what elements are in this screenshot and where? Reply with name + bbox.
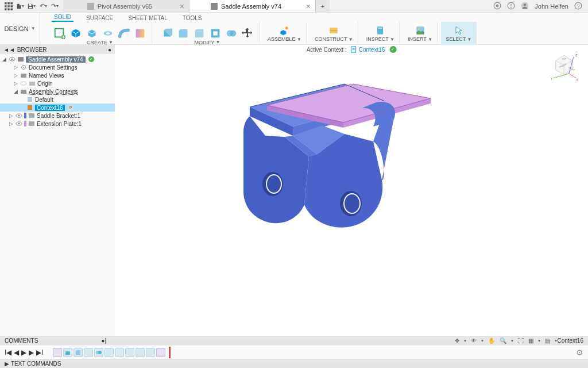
close-icon[interactable]: ×: [306, 2, 311, 11]
timeline-back-icon[interactable]: ◀: [14, 348, 19, 356]
timeline-end-icon[interactable]: ▶I: [36, 348, 43, 356]
timeline-settings-icon[interactable]: ⚙: [576, 348, 583, 357]
file-icon[interactable]: ▾: [16, 2, 24, 10]
timeline-feature[interactable]: [105, 348, 114, 357]
redo-icon[interactable]: ↷▾: [51, 2, 59, 10]
timeline-feature[interactable]: [84, 348, 93, 357]
pin-icon[interactable]: ●|: [101, 338, 106, 344]
comments-label[interactable]: COMMENTS: [5, 338, 38, 344]
look-icon[interactable]: 👁: [471, 338, 477, 344]
ribbon-tab-solid[interactable]: SOLID: [52, 14, 74, 22]
viewport[interactable]: Active Context : Context16 ✓: [115, 45, 588, 336]
expand-arrow-icon[interactable]: ▷: [8, 113, 14, 118]
ribbon-tab-sheetmetal[interactable]: SHEET METAL: [126, 15, 170, 22]
expand-arrow-icon[interactable]: ▷: [8, 121, 14, 126]
visibility-icon[interactable]: [16, 121, 22, 126]
text-commands-bar[interactable]: ▶ TEXT COMMANDS: [0, 359, 588, 368]
help-icon[interactable]: ?: [574, 2, 582, 11]
tree-context16[interactable]: Context16⟳: [0, 103, 115, 112]
tree-named-views[interactable]: ▷Named Views: [0, 71, 115, 79]
timeline-feature[interactable]: [156, 348, 165, 357]
timeline-marker[interactable]: [169, 347, 171, 358]
insert-dropdown[interactable]: INSERT ▼: [403, 22, 438, 45]
grid-icon[interactable]: ▤: [545, 338, 550, 344]
display-icon[interactable]: ▦: [528, 338, 533, 344]
loft-icon[interactable]: [133, 26, 147, 40]
pan-icon[interactable]: ✋: [488, 338, 495, 344]
extensions-icon[interactable]: [493, 2, 501, 11]
user-avatar-icon[interactable]: [521, 2, 529, 11]
fit-icon[interactable]: ⛶: [518, 338, 524, 344]
orbit-icon[interactable]: ✥: [455, 338, 459, 344]
collapse-arrow-icon[interactable]: ◢: [1, 56, 7, 62]
ribbon-tab-tools[interactable]: TOOLS: [180, 15, 204, 22]
timeline-feature[interactable]: [136, 348, 145, 357]
group-label-create[interactable]: CREATE ▼: [87, 40, 113, 45]
extrude-icon[interactable]: [85, 26, 99, 40]
svg-rect-9: [29, 3, 32, 5]
collapse-icon[interactable]: ◄◄: [3, 47, 15, 53]
press-pull-icon[interactable]: [160, 26, 174, 40]
username[interactable]: John Helfen: [535, 3, 568, 10]
tree-assembly-contexts[interactable]: ◢Assembly Contexts: [0, 87, 115, 95]
move-icon[interactable]: [241, 26, 254, 40]
timeline-feature[interactable]: [63, 348, 72, 357]
timeline-feature[interactable]: [146, 348, 155, 357]
expand-arrow-icon[interactable]: ▷: [13, 64, 18, 70]
tree-extension-plate[interactable]: ▷Extension Plate:1: [0, 120, 115, 128]
select-dropdown[interactable]: SELECT ▼: [441, 22, 477, 45]
timeline-feature[interactable]: [125, 348, 134, 357]
tab-saddle-assembly[interactable]: Saddle Assembly v74 ×: [189, 0, 316, 12]
tree-saddle-bracket[interactable]: ▷Saddle Bracket:1: [0, 112, 115, 120]
combine-icon[interactable]: [225, 26, 238, 40]
svg-rect-4: [7, 5, 10, 7]
expand-arrow-icon[interactable]: ▷: [13, 72, 18, 78]
collapse-arrow-icon[interactable]: ◢: [13, 89, 18, 94]
group-label-modify[interactable]: MODIFY ▼: [195, 40, 220, 45]
tab-pivot-assembly[interactable]: Pivot Assembly v65 ×: [63, 0, 189, 12]
workspace-dropdown[interactable]: DESIGN▼: [0, 13, 40, 44]
timeline-feature[interactable]: [115, 348, 124, 357]
browser-header[interactable]: ◄◄ BROWSER ●: [0, 45, 115, 54]
chamfer-icon[interactable]: [192, 26, 206, 40]
shell-icon[interactable]: [208, 26, 222, 40]
timeline-feature[interactable]: [74, 348, 83, 357]
zoom-icon[interactable]: 🔍: [500, 338, 506, 344]
timeline-feature[interactable]: [94, 348, 103, 357]
save-icon[interactable]: ▾: [28, 2, 36, 10]
close-icon[interactable]: ×: [180, 2, 184, 11]
view-cube[interactable]: FRONT RIGHT TOP X Y Z: [548, 51, 580, 83]
ribbon-tab-surface[interactable]: SURFACE: [84, 15, 115, 22]
visibility-icon[interactable]: [16, 113, 22, 118]
notifications-icon[interactable]: [507, 2, 515, 11]
svg-rect-42: [29, 82, 35, 86]
visibility-off-icon[interactable]: [20, 80, 27, 86]
construct-dropdown[interactable]: CONSTRUCT ▼: [310, 22, 358, 45]
tree-origin[interactable]: ▷Origin: [0, 79, 115, 87]
assemble-dropdown[interactable]: ASSEMBLE ▼: [263, 22, 307, 45]
tree-root[interactable]: ◢ Saddle Assembly v74 ✓: [0, 55, 115, 63]
axis-z: Z: [575, 53, 578, 57]
pin-icon[interactable]: ●: [108, 47, 111, 53]
fillet-icon[interactable]: [176, 26, 190, 40]
new-tab-button[interactable]: +: [316, 0, 330, 12]
tree-default-context[interactable]: Default: [0, 95, 115, 103]
revolve-icon[interactable]: [101, 26, 115, 40]
expand-arrow-icon[interactable]: ▷: [13, 80, 18, 86]
timeline-feature[interactable]: [53, 348, 62, 357]
axis-x: X: [577, 78, 579, 82]
tree-doc-settings[interactable]: ▷Document Settings: [0, 63, 115, 71]
apps-grid-icon[interactable]: [5, 2, 13, 10]
timeline-start-icon[interactable]: I◀: [5, 348, 11, 356]
expand-icon[interactable]: ▶: [5, 361, 9, 367]
undo-icon[interactable]: ↶▾: [39, 2, 47, 10]
sweep-icon[interactable]: [117, 26, 131, 40]
visibility-icon[interactable]: [9, 56, 16, 62]
inspect-dropdown[interactable]: INSPECT ▼: [362, 22, 400, 45]
timeline-fwd-icon[interactable]: ▶: [29, 348, 34, 356]
new-sketch-icon[interactable]: [53, 26, 67, 40]
refresh-icon[interactable]: ⟳: [68, 105, 74, 110]
box-icon[interactable]: [69, 26, 83, 40]
model-3d[interactable]: [184, 51, 448, 258]
timeline-play-icon[interactable]: ▶: [21, 348, 26, 356]
